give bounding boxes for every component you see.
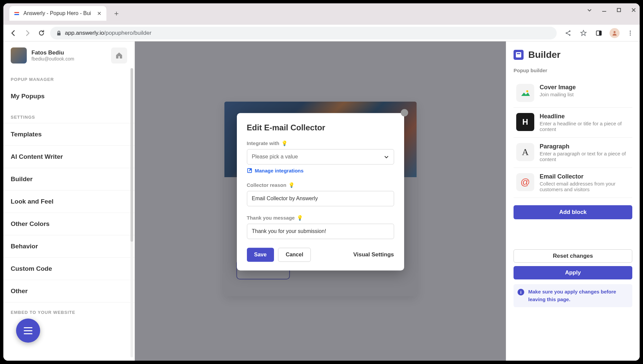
- sidebar: Fatos Bediu fbediu@outlook.com POPUP MAN…: [3, 41, 135, 361]
- nav-look-and-feel[interactable]: Look and Feel: [3, 191, 134, 213]
- apply-button[interactable]: Apply: [514, 266, 632, 279]
- block-desc: Collect email addresses from your custom…: [540, 181, 630, 192]
- section-settings: SETTINGS: [3, 107, 134, 123]
- nav-custom-code[interactable]: Custom Code: [3, 258, 134, 280]
- block-email-collector[interactable]: @ Email Collector Collect email addresse…: [514, 168, 632, 198]
- nav-my-popups[interactable]: My Popups: [3, 85, 134, 107]
- browser-tab[interactable]: Answerly - Popup Hero - Bui ✕: [9, 6, 106, 21]
- menu-icon[interactable]: [626, 28, 635, 38]
- back-button[interactable]: [8, 28, 19, 38]
- block-title: Email Collector: [540, 173, 630, 180]
- lock-icon: [56, 30, 62, 36]
- integrate-with-label: Integrate with 💡: [247, 140, 394, 146]
- external-link-icon: [247, 168, 252, 173]
- paragraph-icon: A: [516, 143, 534, 161]
- maximize-icon[interactable]: [616, 7, 622, 13]
- modal-title: Edit E-mail Collector: [247, 123, 394, 132]
- collector-reason-label: Collector reason 💡: [247, 182, 394, 188]
- svg-point-9: [630, 30, 631, 31]
- home-button[interactable]: [111, 47, 127, 64]
- svg-point-11: [630, 34, 631, 35]
- chevron-down-icon[interactable]: [587, 7, 592, 13]
- builder-panel: Builder Popup builder Cover Image Join m…: [506, 41, 640, 361]
- section-embed: EMBED TO YOUR WEBSITE: [3, 302, 134, 318]
- builder-title: Builder: [528, 49, 560, 60]
- bulb-icon: 💡: [297, 215, 303, 221]
- address-bar[interactable]: app.answerly.io/popuphero/builder: [50, 27, 557, 39]
- section-popup-manager: POPUP MANAGER: [3, 70, 134, 85]
- tab-title: Answerly - Popup Hero - Bui: [23, 10, 92, 16]
- headline-icon: H: [516, 113, 534, 131]
- block-desc: Enter a headline or title for a piece of…: [540, 121, 630, 132]
- block-title: Paragraph: [540, 143, 630, 150]
- block-title: Cover Image: [540, 84, 630, 91]
- profile-avatar[interactable]: [610, 28, 620, 38]
- manage-integrations-link[interactable]: Manage integrations: [247, 168, 394, 173]
- visual-settings-button[interactable]: Visual Settings: [353, 251, 394, 258]
- user-name: Fatos Bediu: [31, 49, 106, 56]
- at-icon: @: [516, 173, 534, 191]
- collector-reason-input[interactable]: [247, 191, 394, 206]
- side-panel-icon[interactable]: [594, 28, 604, 38]
- builder-icon: [514, 50, 524, 60]
- image-icon: [516, 84, 534, 102]
- reload-button[interactable]: [36, 28, 47, 38]
- info-msg: i Make sure you apply changes before lea…: [514, 284, 632, 307]
- bulb-icon: 💡: [288, 182, 295, 188]
- svg-point-13: [526, 90, 528, 92]
- menu-icon: [24, 327, 32, 334]
- nav-other-colors[interactable]: Other Colors: [3, 213, 134, 235]
- floating-menu-button[interactable]: [16, 319, 40, 343]
- integration-select[interactable]: Please pick a value: [247, 149, 394, 164]
- modal-overlay[interactable]: Edit E-mail Collector Integrate with 💡 P…: [135, 41, 506, 361]
- block-desc: Enter a paragraph or text for a piece of…: [540, 151, 630, 162]
- info-icon: i: [518, 289, 524, 295]
- user-avatar: [11, 47, 27, 64]
- svg-rect-2: [57, 33, 61, 35]
- browser-tab-bar: Answerly - Popup Hero - Bui ✕ ＋: [3, 3, 640, 25]
- cancel-button[interactable]: Cancel: [278, 248, 311, 262]
- block-headline[interactable]: H Headline Enter a headline or title for…: [514, 108, 632, 138]
- select-placeholder: Please pick a value: [252, 154, 298, 160]
- block-desc: Join mailing list: [540, 92, 630, 97]
- svg-rect-7: [599, 31, 602, 35]
- block-cover-image[interactable]: Cover Image Join mailing list: [514, 79, 632, 108]
- svg-rect-1: [617, 8, 621, 12]
- share-icon[interactable]: [563, 28, 573, 38]
- svg-point-8: [614, 31, 616, 33]
- bulb-icon: 💡: [281, 140, 288, 146]
- chevron-down-icon: [384, 154, 389, 159]
- block-title: Headline: [540, 113, 630, 120]
- user-card[interactable]: Fatos Bediu fbediu@outlook.com: [3, 41, 134, 70]
- favicon-icon: [13, 10, 20, 17]
- info-text: Make sure you apply changes before leavi…: [528, 288, 628, 303]
- edit-email-collector-modal: Edit E-mail Collector Integrate with 💡 P…: [237, 113, 404, 270]
- nav-ai-content-writer[interactable]: AI Content Writer: [3, 146, 134, 168]
- bookmark-icon[interactable]: [579, 28, 588, 38]
- modal-close-button[interactable]: [401, 109, 408, 116]
- url-text: app.answerly.io/popuphero/builder: [65, 30, 152, 36]
- user-email: fbediu@outlook.com: [31, 56, 106, 62]
- reset-changes-button[interactable]: Reset changes: [514, 249, 632, 263]
- minimize-icon[interactable]: [602, 7, 607, 13]
- browser-toolbar: app.answerly.io/popuphero/builder: [3, 25, 640, 41]
- nav-templates[interactable]: Templates: [3, 123, 134, 146]
- thank-you-input[interactable]: [247, 224, 394, 239]
- block-paragraph[interactable]: A Paragraph Enter a paragraph or text fo…: [514, 138, 632, 168]
- thank-you-label: Thank you message 💡: [247, 215, 394, 221]
- sidebar-scrollbar[interactable]: [130, 68, 133, 357]
- nav-builder[interactable]: Builder: [3, 168, 134, 191]
- new-tab-button[interactable]: ＋: [110, 7, 122, 19]
- save-button[interactable]: Save: [247, 248, 274, 262]
- forward-button[interactable]: [22, 28, 33, 38]
- main-canvas-area: Edit E-mail Collector Integrate with 💡 P…: [135, 41, 506, 361]
- svg-point-10: [630, 32, 631, 33]
- nav-behavior[interactable]: Behavior: [3, 235, 134, 258]
- close-window-icon[interactable]: [631, 7, 636, 13]
- builder-subtitle: Popup builder: [514, 68, 632, 73]
- nav-other[interactable]: Other: [3, 280, 134, 302]
- close-tab-icon[interactable]: ✕: [96, 10, 102, 17]
- add-block-button[interactable]: Add block: [514, 205, 632, 219]
